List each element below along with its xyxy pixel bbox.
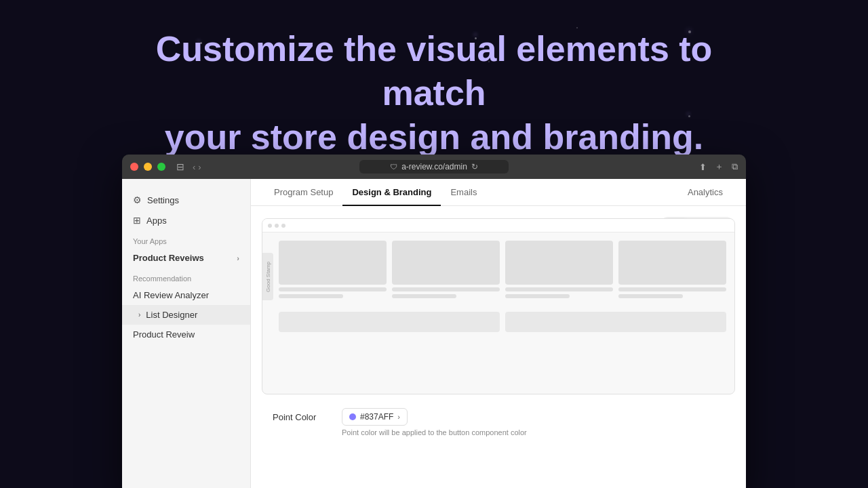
gear-icon: ⚙ (133, 195, 142, 205)
skeleton-image-2 (392, 241, 500, 285)
chevron-right-small-icon: › (138, 311, 140, 319)
skeleton-text-1a (279, 287, 387, 291)
skeleton-text-2b (392, 294, 456, 298)
tabs-icon[interactable]: ⧉ (732, 161, 738, 172)
skeleton-text-3a (505, 287, 613, 291)
reload-icon[interactable]: ↻ (471, 162, 478, 171)
color-chevron-icon: › (397, 413, 400, 421)
sidebar-item-product-reveiws[interactable]: Product Reveiws › (122, 248, 250, 268)
skeleton-text-4a (618, 287, 726, 291)
tab-design-branding[interactable]: Design & Branding (342, 179, 441, 205)
browser-window: ⊟ ‹ › 🛡 a-review.co/admin ↻ ⬆ ＋ ⧉ ⚙ Sett… (122, 155, 746, 488)
shield-icon: 🛡 (390, 163, 397, 171)
content-area: PC Mobile Good Stamp (251, 206, 746, 488)
product-card-4 (618, 241, 726, 298)
address-bar[interactable]: 🛡 a-review.co/admin ↻ (359, 160, 509, 174)
sidebar-toggle-icon[interactable]: ⊟ (176, 161, 184, 172)
main-content: Program Setup Design & Branding Emails A… (251, 179, 746, 488)
bottom-skeleton-1 (279, 312, 500, 332)
back-arrow-icon[interactable]: ‹ (193, 162, 195, 172)
hero-heading: Customize the visual elements to match y… (129, 27, 739, 159)
scroll-stub[interactable]: Good Stamp (262, 253, 273, 300)
color-value: #837AFF (360, 412, 393, 422)
bottom-skeleton-2 (505, 312, 726, 332)
point-color-hint: Point color will be applied to the butto… (273, 428, 724, 436)
skeleton-text-4b (618, 294, 683, 298)
product-card-3 (505, 241, 613, 298)
skeleton-image-4 (618, 241, 726, 285)
color-dot (349, 413, 356, 420)
product-card-2 (392, 241, 500, 298)
mini-dot-1 (268, 224, 272, 228)
skeleton-text-2a (392, 287, 500, 291)
browser-chrome: ⊟ ‹ › 🛡 a-review.co/admin ↻ ⬆ ＋ ⧉ (122, 155, 746, 179)
product-row-1 (279, 241, 726, 298)
section-recommendation: Recommendation (122, 268, 250, 285)
skeleton-text-3b (505, 294, 570, 298)
traffic-light-green[interactable] (157, 163, 165, 171)
sidebar: ⚙ Settings ⊞ Apps Your Apps Product Reve… (122, 179, 251, 488)
section-your-apps: Your Apps (122, 230, 250, 248)
mini-dot-3 (281, 224, 285, 228)
tab-analytics[interactable]: Analytics (678, 179, 732, 205)
traffic-light-yellow[interactable] (144, 163, 152, 171)
color-picker-button[interactable]: #837AFF › (342, 408, 408, 426)
grid-icon: ⊞ (133, 215, 141, 226)
skeleton-image-1 (279, 241, 387, 285)
traffic-light-red[interactable] (130, 163, 138, 171)
point-color-row: Point Color #837AFF › (273, 408, 724, 426)
scroll-stub-text: Good Stamp (265, 262, 271, 292)
browser-actions: ⬆ ＋ ⧉ (699, 161, 738, 173)
sidebar-item-list-designer[interactable]: › List Designer (122, 305, 250, 325)
hero-section: Customize the visual elements to match y… (0, 27, 868, 159)
new-tab-icon[interactable]: ＋ (715, 161, 724, 173)
preview-frame: Good Stamp (262, 218, 735, 394)
forward-arrow-icon[interactable]: › (198, 162, 201, 172)
tab-program-setup[interactable]: Program Setup (264, 179, 342, 205)
mini-dot-2 (275, 224, 279, 228)
tab-emails[interactable]: Emails (441, 179, 486, 205)
url-text: a-review.co/admin (401, 162, 467, 171)
point-color-label: Point Color (273, 412, 334, 422)
sidebar-item-ai-review[interactable]: AI Review Analyzer (122, 285, 250, 305)
skeleton-text-1b (279, 294, 343, 298)
sidebar-item-settings[interactable]: ⚙ Settings (122, 190, 250, 210)
browser-content: ⚙ Settings ⊞ Apps Your Apps Product Reve… (122, 179, 746, 488)
sidebar-item-apps[interactable]: ⊞ Apps (122, 210, 250, 230)
mini-browser-bar (262, 219, 734, 232)
product-grid-skeleton (262, 232, 734, 306)
sidebar-item-product-reveiw[interactable]: Product Reveiw (122, 325, 250, 344)
point-color-section: Point Color #837AFF › Point color will b… (262, 394, 735, 436)
chevron-right-icon: › (237, 254, 239, 262)
bottom-skeleton-row-1 (262, 312, 734, 332)
share-icon[interactable]: ⬆ (699, 162, 707, 172)
product-card-1 (279, 241, 387, 298)
skeleton-image-3 (505, 241, 613, 285)
tabs-bar: Program Setup Design & Branding Emails A… (251, 179, 746, 206)
